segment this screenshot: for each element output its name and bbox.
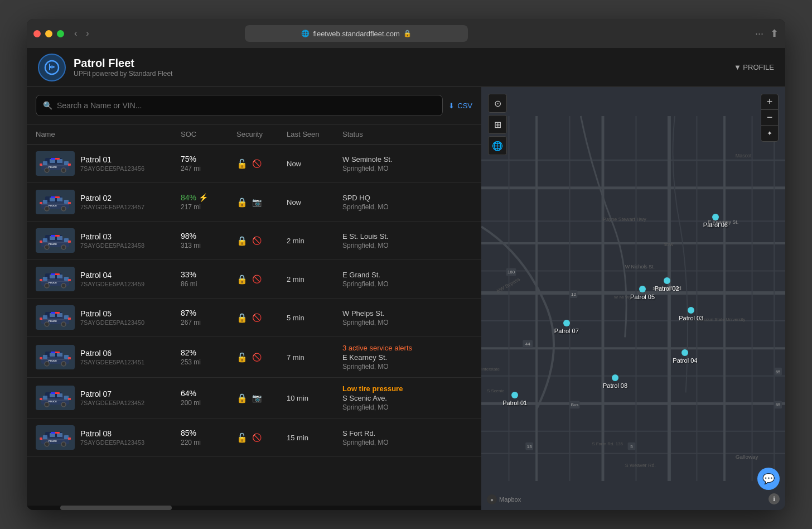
svg-rect-26 bbox=[51, 196, 55, 198]
camera-icon: 🚫 bbox=[252, 236, 262, 245]
svg-text:160: 160 bbox=[508, 270, 515, 275]
table-row[interactable]: POLICE Patrol 017SAYGDEE5PA12345675%247 … bbox=[27, 145, 481, 183]
table-row[interactable]: POLICE Patrol 047SAYGDEE5PA12345933%86 m… bbox=[27, 260, 481, 299]
svg-text:65: 65 bbox=[776, 402, 781, 407]
vehicle-name-group: Patrol 087SAYGDEE5PA123453 bbox=[80, 429, 144, 446]
patrol-label: Patrol 03 bbox=[679, 315, 703, 321]
svg-text:S Farm Rd. 135: S Farm Rd. 135 bbox=[592, 441, 623, 446]
close-button[interactable] bbox=[33, 30, 41, 37]
patrol-marker-patrol-02[interactable]: Patrol 02 bbox=[655, 277, 679, 292]
security-cell: 🔒🚫 bbox=[236, 312, 287, 323]
soc-miles: 220 mi bbox=[181, 439, 236, 446]
svg-rect-18 bbox=[50, 198, 55, 201]
csv-download-button[interactable]: ⬇ CSV bbox=[448, 102, 472, 110]
scroll-thumb[interactable] bbox=[60, 506, 172, 510]
patrol-marker-patrol-01[interactable]: Patrol 01 bbox=[502, 392, 527, 406]
svg-rect-96 bbox=[51, 392, 55, 394]
soc-miles: 253 mi bbox=[181, 358, 236, 366]
svg-rect-101 bbox=[43, 435, 47, 439]
app-subtitle: UPFit powered by Standard Fleet bbox=[74, 70, 172, 78]
svg-rect-37 bbox=[40, 241, 42, 243]
patrol-marker-patrol-04[interactable]: Patrol 04 bbox=[673, 349, 697, 364]
table-row[interactable]: POLICE Patrol 077SAYGDEE5PA12345264%200 … bbox=[27, 378, 481, 419]
vehicle-name: Patrol 06 bbox=[80, 349, 144, 358]
url-bar[interactable]: 🌐 fleetweb.standardfleet.com 🔒 bbox=[245, 25, 468, 42]
status-line1: W Phelps St. bbox=[342, 309, 472, 318]
patrol-marker-patrol-05[interactable]: Patrol 05 bbox=[630, 286, 655, 300]
search-input-wrapper[interactable]: 🔍 bbox=[36, 95, 443, 116]
vehicle-image: POLICE bbox=[36, 345, 75, 369]
fullscreen-button[interactable] bbox=[57, 30, 64, 37]
table-row[interactable]: POLICE Patrol 057SAYGDEE5PA12345087%267 … bbox=[27, 299, 481, 337]
table-row[interactable]: POLICE Patrol 087SAYGDEE5PA12345385%220 … bbox=[27, 419, 481, 457]
vehicle-vin: 7SAYGDEE5PA123452 bbox=[80, 400, 144, 406]
chat-button[interactable]: 💬 bbox=[757, 468, 780, 490]
svg-text:S Scenic: S Scenic bbox=[487, 388, 504, 393]
map-container[interactable]: Mascot NW Bypass W Nichols St. Springfie… bbox=[481, 87, 785, 510]
minimize-button[interactable] bbox=[45, 30, 52, 37]
soc-percentage: 87% bbox=[181, 309, 236, 318]
svg-point-78 bbox=[61, 362, 66, 366]
table-row[interactable]: POLICE Patrol 067SAYGDEE5PA12345182%253 … bbox=[27, 337, 481, 378]
svg-rect-103 bbox=[57, 433, 62, 437]
svg-rect-4 bbox=[50, 159, 55, 163]
svg-text:Missouri State University: Missouri State University bbox=[697, 317, 745, 322]
horizontal-scrollbar[interactable] bbox=[27, 506, 481, 510]
lock-icon: 🔓 bbox=[236, 158, 248, 169]
patrol-marker-patrol-06[interactable]: Patrol 06 bbox=[703, 214, 728, 228]
zoom-out-button[interactable]: − bbox=[761, 110, 778, 126]
svg-rect-31 bbox=[43, 238, 47, 242]
svg-rect-102 bbox=[50, 433, 55, 437]
map-info-button[interactable]: ℹ bbox=[768, 493, 780, 504]
security-cell: 🔓🚫 bbox=[236, 158, 287, 169]
camera-icon: 📷 bbox=[252, 198, 262, 206]
patrol-marker-patrol-07[interactable]: Patrol 07 bbox=[554, 320, 579, 334]
svg-point-35 bbox=[45, 245, 49, 249]
vehicle-vin: 7SAYGDEE5PA123450 bbox=[80, 319, 144, 326]
svg-point-22 bbox=[61, 206, 66, 211]
vehicle-name-group: Patrol 027SAYGDEE5PA123457 bbox=[80, 194, 144, 210]
patrol-label: Patrol 01 bbox=[502, 400, 527, 406]
patrol-marker-patrol-03[interactable]: Patrol 03 bbox=[679, 307, 703, 321]
patrol-dot bbox=[639, 286, 646, 292]
vehicle-vin: 7SAYGDEE5PA123456 bbox=[80, 165, 144, 172]
lock-icon: 🔒 bbox=[403, 30, 412, 37]
table-row[interactable]: POLICE Patrol 027SAYGDEE5PA12345784% ⚡21… bbox=[27, 183, 481, 222]
svg-point-8 bbox=[61, 168, 66, 172]
back-button[interactable]: ‹ bbox=[71, 27, 80, 40]
svg-point-36 bbox=[61, 245, 66, 249]
status-line2: Springfield, MO bbox=[342, 403, 472, 411]
svg-rect-5 bbox=[57, 159, 62, 163]
table-row[interactable]: POLICE Patrol 037SAYGDEE5PA12345898%313 … bbox=[27, 222, 481, 260]
svg-rect-75 bbox=[57, 353, 62, 357]
vehicle-image: POLICE bbox=[36, 190, 75, 214]
location-button[interactable]: ⊙ bbox=[488, 94, 507, 113]
search-input[interactable] bbox=[57, 101, 436, 110]
soc-miles: 313 mi bbox=[181, 242, 236, 249]
patrol-dot bbox=[612, 374, 618, 381]
soc-percentage: 98% bbox=[181, 232, 236, 241]
svg-point-21 bbox=[45, 206, 49, 211]
vehicle-image: POLICE bbox=[36, 151, 75, 176]
svg-text:POLICE: POLICE bbox=[49, 320, 57, 323]
globe-button[interactable]: 🌐 bbox=[488, 136, 507, 155]
soc-cell: 85%220 mi bbox=[181, 429, 236, 446]
more-button[interactable]: ··· bbox=[755, 28, 763, 40]
soc-miles: 247 mi bbox=[181, 165, 236, 172]
svg-rect-94 bbox=[68, 398, 71, 400]
last-seen-cell: 7 min bbox=[287, 353, 342, 362]
profile-button[interactable]: ▼ PROFILE bbox=[734, 63, 774, 71]
patrol-marker-patrol-08[interactable]: Patrol 08 bbox=[603, 374, 627, 389]
last-seen-cell: 2 min bbox=[287, 275, 342, 283]
svg-rect-89 bbox=[57, 393, 62, 397]
fit-bounds-button[interactable]: ⊞ bbox=[488, 115, 507, 134]
share-button[interactable]: ⬆ bbox=[770, 27, 779, 40]
vehicle-vin: 7SAYGDEE5PA123457 bbox=[80, 204, 144, 210]
status-line1: W Seminole St. bbox=[342, 155, 472, 163]
forward-button[interactable]: › bbox=[83, 27, 92, 40]
vehicle-image: POLICE bbox=[36, 386, 75, 410]
traffic-lights bbox=[33, 30, 64, 37]
zoom-in-button[interactable]: + bbox=[761, 94, 778, 110]
svg-point-50 bbox=[61, 283, 66, 288]
zoom-reset-button[interactable]: ✦ bbox=[761, 126, 778, 141]
